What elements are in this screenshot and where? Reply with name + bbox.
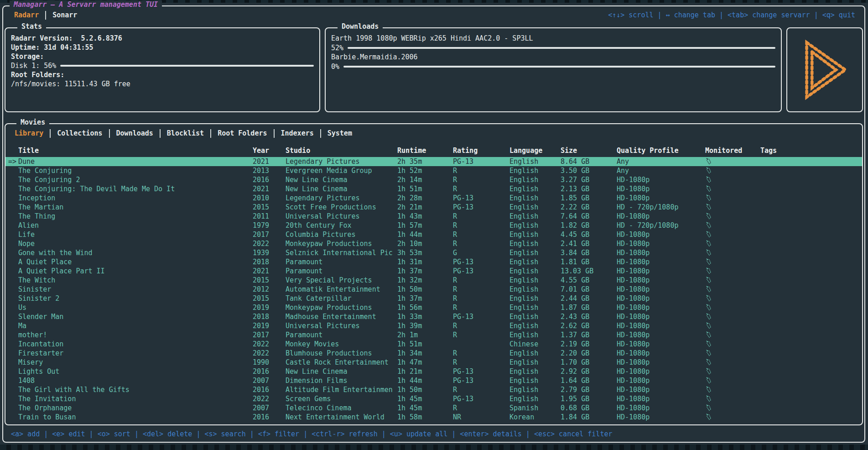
movie-quality-profile-cell: HD-1080p <box>617 194 705 203</box>
movie-language-cell: English <box>509 248 561 257</box>
movie-rating-cell: G <box>453 248 509 257</box>
tab-radarr[interactable]: Radarr <box>10 11 43 19</box>
movie-row[interactable]: The Martian 2015 Scott Free Productions … <box>5 203 862 212</box>
movie-size-cell: 1.70 GB <box>561 358 617 367</box>
movie-runtime-cell: 1h 33m <box>397 312 453 321</box>
movie-runtime-cell: 1h 31m <box>397 257 453 267</box>
movie-runtime-cell: 1h 56m <box>397 303 453 312</box>
movie-row[interactable]: Incantation 2022 Monkey Movies 1h 51m Ch… <box>5 340 862 349</box>
movie-runtime-cell: 1h 47m <box>397 358 453 367</box>
movie-studio-cell: Telecinco Cinema <box>286 403 397 413</box>
movie-row[interactable]: A Quiet Place 2018 Paramount 1h 31m PG-1… <box>5 257 862 267</box>
movie-row[interactable]: A Quiet Place Part II 2021 Paramount 1h … <box>5 267 862 276</box>
movie-row[interactable]: Slender Man 2018 Madhouse Entertainment … <box>5 312 862 321</box>
movie-runtime-cell: 1h 39m <box>397 321 453 330</box>
movie-size-cell: 1.37 GB <box>561 330 617 340</box>
movie-row[interactable]: Ma 2019 Universal Pictures 1h 39m R Engl… <box>5 321 862 330</box>
tab-collections[interactable]: Collections <box>52 129 107 137</box>
movie-runtime-cell: 1h 51m <box>397 184 453 194</box>
movie-monitored-cell <box>705 203 760 212</box>
movie-quality-profile-cell: HD-1080p <box>617 340 705 349</box>
movie-row[interactable]: Sinister 2 2015 Tank Caterpillar 1h 37m … <box>5 294 862 303</box>
tab-root-folders[interactable]: Root Folders <box>213 129 271 137</box>
movie-rating-cell: PG-13 <box>453 312 509 321</box>
movie-studio-cell: New Line Cinema <box>286 175 397 184</box>
movie-quality-profile-cell: HD-1080p <box>617 394 705 403</box>
column-header-studio: Studio <box>286 146 397 155</box>
tab-blocklist[interactable]: Blocklist <box>162 129 208 137</box>
movie-language-cell: English <box>509 376 561 385</box>
movie-studio-cell: Blumhouse Productions <box>286 349 397 358</box>
movie-monitored-cell <box>705 376 760 385</box>
movie-row[interactable]: The Conjuring: The Devil Made Me Do It 2… <box>5 184 862 194</box>
movie-quality-profile-cell: HD-1080p <box>617 330 705 340</box>
movie-quality-profile-cell: HD-1080p <box>617 285 705 294</box>
movie-row[interactable]: The Girl with All the Gifts 2016 Altitud… <box>5 385 862 394</box>
download-progress-bar <box>348 47 775 49</box>
movie-size-cell: 2.20 GB <box>561 349 617 358</box>
movie-row[interactable]: Sinister 2012 Automatik Entertainment 1h… <box>5 285 862 294</box>
movie-monitored-cell <box>705 340 760 349</box>
movie-language-cell: English <box>509 212 561 221</box>
tab-downloads[interactable]: Downloads <box>112 129 158 137</box>
movie-row[interactable]: The Conjuring 2 2016 New Line Cinema 2h … <box>5 175 862 184</box>
movie-row[interactable]: => Dune 2021 Legendary Pictures 2h 35m P… <box>5 157 862 166</box>
movie-runtime-cell: 2h 28m <box>397 194 453 203</box>
movie-row[interactable]: Gone with the Wind 1939 Selznick Interna… <box>5 248 862 257</box>
movie-rating-cell: R <box>453 303 509 312</box>
movie-studio-cell: Very Special Projects <box>286 276 397 285</box>
movie-row[interactable]: The Orphanage 2007 Telecinco Cinema 1h 4… <box>5 403 862 413</box>
tab-sonarr[interactable]: Sonarr <box>48 11 82 19</box>
movie-studio-cell: Next Entertainment World <box>286 413 397 422</box>
movie-rating-cell: R <box>453 349 509 358</box>
movie-rating-cell: R <box>453 221 509 230</box>
movie-runtime-cell: 3h 53m <box>397 248 453 257</box>
movie-row[interactable]: Nope 2022 Monkeypaw Productions 2h 10m R… <box>5 239 862 248</box>
movie-row[interactable]: The Thing 2011 Universal Pictures 1h 43m… <box>5 212 862 221</box>
movie-runtime-cell: 1h 37m <box>397 294 453 303</box>
movie-size-cell: 0.68 GB <box>561 403 617 413</box>
app-title: Managarr — A Servarr management TUI <box>10 0 162 9</box>
movie-quality-profile-cell: HD-1080p <box>617 267 705 276</box>
movie-language-cell: English <box>509 175 561 184</box>
movie-row[interactable]: Alien 1979 20th Century Fox 1h 57m R Eng… <box>5 221 862 230</box>
movie-row[interactable]: Misery 1990 Castle Rock Entertainment 1h… <box>5 358 862 367</box>
movie-language-cell: English <box>509 349 561 358</box>
movie-quality-profile-cell: HD-1080p <box>617 413 705 422</box>
movie-row[interactable]: The Witch 2015 Very Special Projects 1h … <box>5 276 862 285</box>
movie-rating-cell: R <box>453 212 509 221</box>
movie-monitored-cell <box>705 349 760 358</box>
storage-label: Storage: <box>11 52 314 61</box>
movie-monitored-cell <box>705 267 760 276</box>
tab-system[interactable]: System <box>323 129 357 137</box>
tab-indexers[interactable]: Indexers <box>276 129 318 137</box>
movie-title-cell: 1408 <box>18 376 253 385</box>
movie-runtime-cell: 1h 45m <box>397 403 453 413</box>
movie-monitored-cell <box>705 367 760 376</box>
movie-row[interactable]: Lights Out 2016 New Line Cinema 1h 21m P… <box>5 367 862 376</box>
servarr-tab-bar: RadarrSonarr <↑↓> scroll | ↔ change tab … <box>3 6 864 22</box>
tag-icon <box>705 386 712 393</box>
movie-row[interactable]: Us 2019 Monkeypaw Productions 1h 56m R E… <box>5 303 862 312</box>
movie-rating-cell: R <box>453 285 509 294</box>
movie-row[interactable]: Life 2017 Columbia Pictures 1h 44m R Eng… <box>5 230 862 239</box>
tab-divider <box>45 11 46 20</box>
tag-icon <box>705 286 712 293</box>
movie-row[interactable]: Firestarter 2022 Blumhouse Productions 1… <box>5 349 862 358</box>
movie-monitored-cell <box>705 394 760 403</box>
movie-studio-cell: Selznick International Pic <box>286 248 397 257</box>
movie-year-cell: 2021 <box>253 184 286 194</box>
movie-studio-cell: Evergreen Media Group <box>286 166 397 175</box>
movie-year-cell: 2017 <box>253 230 286 239</box>
movie-row[interactable]: The Conjuring 2013 Evergreen Media Group… <box>5 166 862 175</box>
tab-library[interactable]: Library <box>10 129 48 137</box>
movie-row[interactable]: The Invitation 2022 Screen Gems 1h 45m P… <box>5 394 862 403</box>
movie-row[interactable]: mother! 2017 Paramount 2h 1m R English 1… <box>5 330 862 340</box>
movie-row[interactable]: Train to Busan 2016 Next Entertainment W… <box>5 413 862 422</box>
movie-size-cell: 4.55 GB <box>561 276 617 285</box>
movie-row[interactable]: 1408 2007 Dimension Films 1h 44m PG-13 E… <box>5 376 862 385</box>
movie-row[interactable]: Inception 2010 Legendary Pictures 2h 28m… <box>5 194 862 203</box>
tag-icon <box>705 359 712 366</box>
movie-title-cell: The Girl with All the Gifts <box>18 385 253 394</box>
movie-title-cell: The Conjuring 2 <box>18 175 253 184</box>
